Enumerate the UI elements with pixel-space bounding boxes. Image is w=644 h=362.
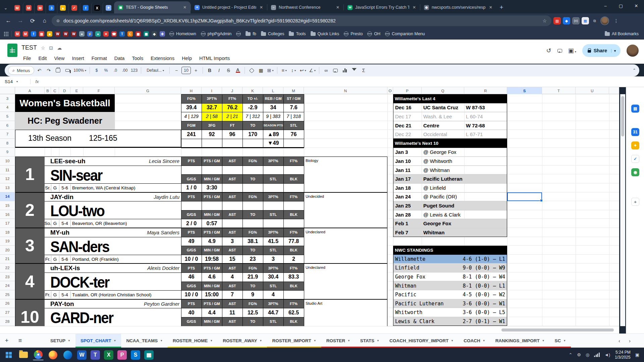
font-select[interactable]: Defaul...▾ xyxy=(144,66,167,75)
stat-value-cell[interactable]: 38.1 xyxy=(243,237,263,246)
vertical-scrollbar-thumb[interactable] xyxy=(621,96,624,136)
player-class-year[interactable]: So. xyxy=(45,219,51,228)
column-header-D[interactable]: D xyxy=(59,87,70,94)
player-major[interactable]: Undeclared xyxy=(306,265,386,269)
sheet-tab-roster_away[interactable]: ROSTER_AWAY▼ xyxy=(218,334,267,348)
sheet-tab-coach[interactable]: COACH▼ xyxy=(459,334,490,348)
pinned-tab-x[interactable]: X xyxy=(91,2,103,13)
maps-icon[interactable]: ◉ xyxy=(631,168,639,176)
clock[interactable]: 5:24 PM 1/3/2025 xyxy=(615,350,631,360)
stat-value-cell[interactable]: 0:57 xyxy=(202,219,222,228)
sheet-tab-menu-icon[interactable]: ▼ xyxy=(314,339,316,342)
bookmark-favicon-icon[interactable]: ✕ xyxy=(103,31,109,37)
summary-value-cell[interactable]: 76.2 xyxy=(222,103,243,112)
pinned-tab-gemini[interactable]: ✦ xyxy=(103,2,114,13)
text-rotation-button[interactable]: ∠▾ xyxy=(308,66,317,75)
summary-value-cell[interactable]: 2 | 21 xyxy=(222,112,243,121)
bookmark-phppgadmin[interactable]: phpPgAdmin xyxy=(200,31,233,37)
bookmark-companion-menu[interactable]: Companion Menu xyxy=(384,31,426,37)
sheet-tab-menu-icon[interactable]: ▼ xyxy=(563,339,566,342)
all-bookmarks-button[interactable]: All Bookmarks xyxy=(603,31,640,37)
summary-value-cell[interactable] xyxy=(283,139,304,148)
new-tab-button[interactable]: + xyxy=(496,2,506,12)
career-record[interactable]: 125-165 xyxy=(89,134,117,143)
sheet-tab-setup[interactable]: SETUP▼ xyxy=(45,334,75,348)
stat-value-cell[interactable]: 4.9 xyxy=(202,237,222,246)
standings-record[interactable]: 8-1 (0-0) — W4 xyxy=(437,273,505,282)
column-header-T[interactable]: T xyxy=(542,87,576,94)
player-class-year[interactable]: Sr. xyxy=(45,183,51,192)
column-header-G[interactable]: G xyxy=(115,87,181,94)
account-avatar[interactable] xyxy=(627,45,639,57)
decrease-decimal-button[interactable]: .0 xyxy=(111,66,120,75)
stat-value-cell[interactable] xyxy=(181,201,202,210)
browser-tab[interactable]: ✦Untitled project - Project Editor✕ xyxy=(191,1,267,13)
summary-value-cell[interactable]: 39.4 xyxy=(181,103,202,112)
sheet-tab-menu-icon[interactable]: ▼ xyxy=(377,339,379,342)
version-history-icon[interactable]: ↺ xyxy=(546,47,551,54)
next10-date[interactable]: Feb 7 xyxy=(395,228,422,237)
undo-button[interactable]: ↶ xyxy=(35,66,44,75)
stat-value-cell[interactable] xyxy=(263,201,283,210)
borders-button[interactable]: ▦ xyxy=(257,66,265,75)
summary-value-cell[interactable]: 96 xyxy=(222,130,243,139)
player-major[interactable]: Studio Art xyxy=(306,301,386,305)
menu-view[interactable]: View xyxy=(51,54,67,62)
summary-value-cell[interactable]: 9 | 383 xyxy=(263,112,283,121)
column-header-A[interactable]: A xyxy=(15,87,45,94)
column-header-F[interactable]: F xyxy=(83,87,115,94)
player-full-name[interactable]: Peyton Gardner xyxy=(96,301,179,307)
edge-icon[interactable] xyxy=(62,350,73,360)
bookmark-hometown[interactable]: Hometown xyxy=(168,31,198,37)
stat-value-cell[interactable] xyxy=(263,166,283,175)
last4-date[interactable]: Dec 16 xyxy=(395,103,422,112)
all-sheets-button[interactable]: ≡ xyxy=(13,334,27,348)
format-currency-button[interactable]: $ xyxy=(92,66,101,75)
menu-tools[interactable]: Tools xyxy=(129,54,146,62)
word-icon[interactable]: W xyxy=(77,350,87,360)
next10-date[interactable]: Jan 10 xyxy=(395,157,422,166)
stat-value-cell[interactable]: 3:30 xyxy=(202,183,222,192)
player-big-name[interactable]: SIN-sear xyxy=(50,167,184,184)
calendar-icon[interactable]: 31 xyxy=(631,128,639,136)
last4-date[interactable]: Dec 17 xyxy=(395,112,422,121)
sheet-tab-menu-icon[interactable]: ▼ xyxy=(68,339,70,342)
sheet-tab-menu-icon[interactable]: ▼ xyxy=(542,339,545,342)
standings-record[interactable]: 3-6 (0-0) — L5 xyxy=(437,308,505,317)
player-major[interactable]: Undecided xyxy=(306,194,386,198)
extensions-puzzle-icon[interactable]: ⧉ xyxy=(591,17,598,24)
standings-record[interactable]: 4-5 (0-0) — W2 xyxy=(437,290,505,299)
stat-value-cell[interactable]: 44.7 xyxy=(263,308,283,317)
last4-result[interactable]: L 67-71 xyxy=(466,130,506,139)
column-header-J[interactable]: J xyxy=(222,87,243,94)
summary-value-cell[interactable] xyxy=(222,139,243,148)
stat-value-cell[interactable]: 77.8 xyxy=(283,237,304,246)
tasks-icon[interactable]: ✓ xyxy=(631,155,639,163)
stat-value-cell[interactable]: 41.5 xyxy=(263,237,283,246)
stat-value-cell[interactable] xyxy=(222,183,243,192)
sheet-tab-menu-icon[interactable]: ▼ xyxy=(260,339,262,342)
bookmark-star-icon[interactable]: ☆ xyxy=(542,18,547,23)
column-header-U[interactable]: U xyxy=(576,87,609,94)
column-header-partial[interactable] xyxy=(609,87,619,94)
browser-tab[interactable]: ◍nwcsports.com/services/respon✕ xyxy=(420,1,496,13)
stat-value-cell[interactable] xyxy=(243,166,263,175)
bookmark-quick-links[interactable]: Quick Links xyxy=(309,31,341,37)
player-class-year[interactable]: Fr. xyxy=(45,255,51,264)
season-number[interactable]: 13th Season xyxy=(28,134,71,143)
row-header-10[interactable]: 10 xyxy=(0,157,15,166)
sheet-tab-menu-icon[interactable]: ▼ xyxy=(451,339,453,342)
bookmark-favicon-icon[interactable]: ▦ xyxy=(136,31,141,37)
row-header-24[interactable]: 24 xyxy=(0,281,15,290)
row-header-22[interactable]: 22 xyxy=(0,263,15,273)
next10-opponent[interactable]: Whitman xyxy=(423,228,507,237)
menu-file[interactable]: File xyxy=(20,54,34,62)
extension-icon[interactable]: ◆ xyxy=(563,17,570,24)
row-header-12[interactable]: 12 xyxy=(0,174,15,183)
column-header-B[interactable]: B xyxy=(45,87,51,94)
text-wrap-button[interactable]: ↩▾ xyxy=(299,66,307,75)
column-header-S[interactable]: S xyxy=(507,87,542,94)
sheet-tab-menu-icon[interactable]: ▼ xyxy=(347,339,350,342)
functions-button[interactable]: Σ xyxy=(359,66,368,75)
stat-value-cell[interactable] xyxy=(202,166,222,175)
